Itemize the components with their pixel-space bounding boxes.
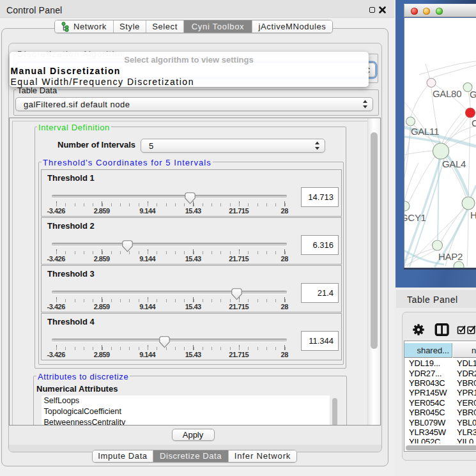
svg-text:G: G [470,89,476,100]
svg-text:GAL80: GAL80 [433,88,461,99]
svg-text:H: H [470,210,476,220]
svg-text:GAL4: GAL4 [442,158,466,169]
svg-text:C: C [472,118,476,128]
svg-text:GAL11: GAL11 [411,126,439,137]
svg-text:HAP2: HAP2 [438,251,463,262]
svg-text:GCY1: GCY1 [404,212,426,223]
